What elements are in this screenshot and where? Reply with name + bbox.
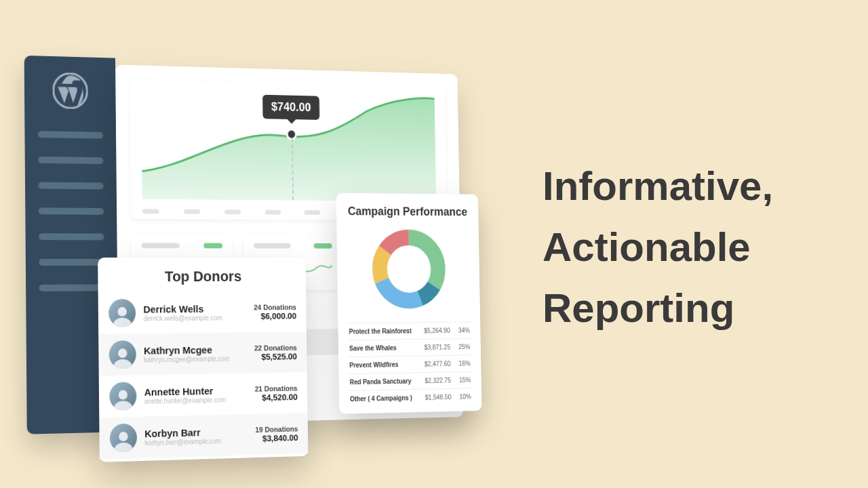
campaign-row[interactable]: Red Panda Sanctuary $2,322.75 15% — [349, 371, 472, 390]
campaign-name: Other ( 4 Campaigns ) — [350, 394, 417, 403]
sidebar-item[interactable] — [39, 285, 105, 291]
campaign-title: Campaign Performance — [346, 205, 469, 219]
donor-row[interactable]: Kathryn Mcgee kathryn.mcgee@example.com … — [98, 331, 307, 375]
donor-row[interactable]: Derrick Wells derrick.wells@example.com … — [98, 291, 307, 334]
avatar — [109, 382, 136, 410]
sidebar-item[interactable] — [39, 207, 104, 215]
donor-email: kathryn.mcgee@example.com — [144, 354, 247, 363]
campaign-donut-chart — [370, 227, 448, 311]
avatar — [110, 424, 137, 453]
donor-donation-count: 22 Donations — [254, 344, 297, 352]
sidebar-item[interactable] — [39, 259, 104, 266]
campaign-name: Save the Whales — [349, 344, 416, 352]
campaign-row[interactable]: Prevent Wildfires $2,477.60 16% — [348, 354, 471, 373]
chart-data-point — [288, 130, 295, 138]
campaign-percent: 15% — [451, 376, 471, 384]
donor-row[interactable]: Korbyn Barr korbyn.barr@example.com 19 D… — [99, 413, 308, 460]
donor-donation-count: 21 Donations — [255, 384, 298, 392]
donor-amount: $3,840.00 — [255, 432, 298, 443]
campaign-name: Prevent Wildfires — [349, 361, 416, 369]
campaign-name: Protect the Rainforest — [349, 327, 416, 336]
campaign-percent: 25% — [450, 344, 470, 351]
sidebar-item[interactable] — [39, 233, 104, 240]
top-donors-title: Top Donors — [98, 268, 306, 285]
chart-tooltip: $740.00 — [262, 95, 319, 120]
donor-amount: $5,525.00 — [254, 351, 297, 361]
avatar — [108, 299, 136, 327]
top-donors-card: Top Donors Derrick Wells derrick.wells@e… — [98, 258, 308, 462]
donor-email: anette.hunter@example.com — [144, 396, 248, 405]
avatar — [109, 340, 136, 369]
dashboard-mockup: $740.00 $740 48 — [19, 56, 483, 462]
campaign-percent: 10% — [451, 393, 471, 401]
campaign-row[interactable]: Save the Whales $3,871.25 25% — [348, 338, 471, 357]
donor-name: Derrick Wells — [143, 303, 246, 315]
headline-text: Informative,ActionableReporting — [542, 156, 773, 339]
donor-donation-count: 24 Donations — [254, 303, 296, 311]
campaign-row[interactable]: Other ( 4 Campaigns ) $1,548.50 10% — [349, 388, 472, 407]
donor-donation-count: 19 Donations — [255, 424, 298, 433]
sidebar-item[interactable] — [38, 182, 103, 190]
campaign-amount: $2,322.75 — [416, 377, 451, 384]
donor-amount: $6,000.00 — [254, 310, 296, 321]
campaign-performance-card: Campaign Performance Protect the Rainfor… — [336, 193, 482, 414]
campaign-percent: 16% — [450, 360, 470, 367]
campaign-amount: $2,477.60 — [416, 360, 451, 367]
donor-amount: $4,520.00 — [255, 392, 298, 403]
donor-row[interactable]: Annette Hunter anette.hunter@example.com… — [99, 372, 308, 418]
campaign-amount: $3,871.25 — [416, 344, 451, 351]
campaign-amount: $1,548.50 — [417, 393, 452, 401]
campaign-percent: 34% — [450, 327, 470, 334]
wordpress-logo-icon — [35, 72, 105, 110]
campaign-row[interactable]: Protect the Rainforest $5,264.90 34% — [348, 322, 471, 340]
sidebar-item[interactable] — [38, 131, 103, 139]
campaign-amount: $5,264.90 — [416, 327, 450, 334]
sidebar-item[interactable] — [38, 157, 103, 164]
donor-email: derrick.wells@example.com — [144, 314, 247, 322]
campaign-name: Red Panda Sanctuary — [350, 378, 417, 386]
